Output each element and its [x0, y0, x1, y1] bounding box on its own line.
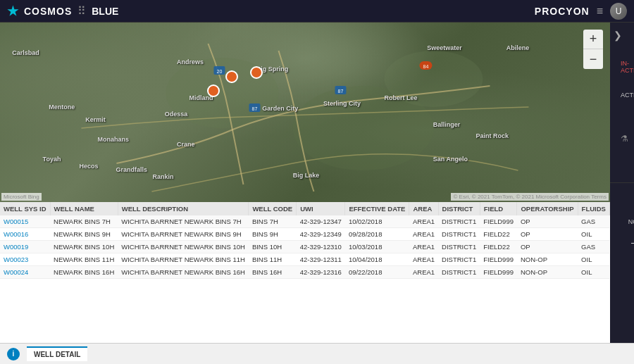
table-cell: AREA1 — [409, 228, 438, 241]
table-cell: BINS 9H — [249, 228, 297, 241]
table-cell: WICHITA BARRNET NEWARK BINS 9H — [118, 228, 249, 241]
table-cell: AREA1 — [409, 241, 438, 253]
menu-icon[interactable]: ≡ — [597, 5, 603, 18]
table-cell: OP — [517, 228, 578, 241]
left-column: 20 87 87 84 Carlsbad Mentone Kermit Mona… — [0, 23, 610, 343]
col-field: FIELD — [480, 202, 517, 215]
col-district: DISTRICT — [438, 202, 480, 215]
map-label-sterlingcity: Sterling City — [323, 100, 361, 107]
table-cell: OIL — [578, 253, 609, 266]
header: ★ COSMOS ⠿ BLUE PROCYON ≡ U — [0, 0, 634, 23]
table-cell: 10/02/2018 — [345, 215, 409, 228]
table-cell: NEWARK BINS 10H — [50, 241, 118, 253]
table-cell: AREA1 — [409, 266, 438, 279]
map-label-abilene: Abilene — [506, 44, 530, 51]
table-cell: OP — [517, 241, 578, 253]
map-pin-1[interactable] — [225, 70, 238, 83]
map-label-andrews: Andrews — [177, 58, 204, 65]
info-button[interactable]: i — [7, 348, 20, 360]
table-body: W00015NEWARK BINS 7HWICHITA BARRNET NEWA… — [0, 215, 609, 279]
map-label-rankin: Rankin — [152, 173, 173, 180]
non-op-label: NON-OP — [628, 218, 634, 225]
table-row[interactable]: W00019NEWARK BINS 10HWICHITA BARRNET NEW… — [0, 241, 609, 253]
col-well-sys-id: WELL SYS ID — [0, 202, 50, 215]
table-cell: WICHITA BARRNET NEWARK BINS 11H — [118, 253, 249, 266]
table-cell: 42-329-12349 — [297, 228, 345, 241]
table-cell: NEWARK BINS 7H — [50, 215, 118, 228]
contributing-production-chart-section: IN-ACTIVE ACTIVE — [610, 23, 634, 183]
table-cell: DISTRICT1 — [438, 253, 480, 266]
avatar[interactable]: U — [610, 3, 627, 20]
active-label: ACTIVE — [621, 92, 634, 99]
table-cell: W00015 — [0, 215, 50, 228]
map-zoom-controls: + − — [583, 30, 603, 69]
table-row[interactable]: W00024NEWARK BINS 16HWICHITA BARRNET NEW… — [0, 266, 609, 279]
col-well-name: WELL NAME — [50, 202, 118, 215]
right-panel: ⌥ Filters ❯ IN-ACTIVE ACTIVE — [610, 23, 634, 343]
collapse-panel-button[interactable]: ❯ — [614, 30, 622, 41]
table-cell: 10/03/2018 — [345, 241, 409, 253]
records-label: # RECORDS — [621, 304, 634, 312]
table-cell: AREA1 — [409, 253, 438, 266]
table-cell: DISTRICT1 — [438, 241, 480, 253]
table-cell: DISTRICT1 — [438, 228, 480, 241]
bottom-chart-area: NON-OP OP — [621, 194, 634, 271]
ms-bing-logo: Microsoft Bing — [1, 193, 42, 201]
table-cell: AREA1 — [409, 215, 438, 228]
table-cell: W00016 — [0, 228, 50, 241]
contributing-production-label: CONTRIBUTING PRODUCTION — [621, 123, 634, 130]
table-cell: OIL — [578, 266, 609, 279]
table-cell: BINS 10H — [249, 241, 297, 253]
map-background: 20 87 87 84 Carlsbad Mentone Kermit Mona… — [0, 23, 610, 202]
table-cell: 42-329-12310 — [297, 241, 345, 253]
col-area: AREA — [409, 202, 438, 215]
zoom-in-button[interactable]: + — [583, 30, 603, 49]
table-row[interactable]: W00023NEWARK BINS 11HWICHITA BARRNET NEW… — [0, 253, 609, 266]
map-label-ballinger: Ballinger — [433, 121, 461, 128]
top-chart-area: IN-ACTIVE ACTIVE — [621, 37, 634, 121]
map-pin-3[interactable] — [207, 84, 220, 97]
table-cell: 42-329-12347 — [297, 215, 345, 228]
table-cell: GAS — [578, 215, 609, 228]
table-cell: NEWARK BINS 11H — [50, 253, 118, 266]
zoom-out-button[interactable]: − — [583, 49, 603, 69]
map-label-carlsbad: Carlsbad — [12, 49, 39, 56]
main-content: 20 87 87 84 Carlsbad Mentone Kermit Mona… — [0, 23, 634, 343]
well-detail-tab[interactable]: WELL DETAIL — [27, 346, 87, 361]
table-cell: WICHITA BARRNET NEWARK BINS 10H — [118, 241, 249, 253]
table-row[interactable]: W00016NEWARK BINS 9HWICHITA BARRNET NEWA… — [0, 228, 609, 241]
map-label-sanangelo: San Angelo — [433, 156, 468, 163]
map-area: 20 87 87 84 Carlsbad Mentone Kermit Mona… — [0, 23, 610, 202]
col-fluids: FLUIDS — [578, 202, 609, 215]
header-right: PROCYON ≡ U — [535, 3, 627, 20]
col-operatorship: OPERATORSHIP — [517, 202, 578, 215]
map-label-robertlee: Robert Lee — [385, 94, 418, 101]
table-cell: NEWARK BINS 9H — [50, 228, 118, 241]
cosmos-label: COSMOS — [24, 6, 72, 17]
blue-label: BLUE — [92, 6, 118, 17]
map-label-monahans: Monahans — [98, 136, 130, 143]
col-well-code: WELL CODE — [249, 202, 297, 215]
col-well-description: WELL DESCRIPTION — [118, 202, 249, 215]
filter-chart-icon[interactable]: ⚗ — [621, 134, 628, 144]
svg-text:87: 87 — [252, 106, 258, 111]
map-pin-2[interactable] — [250, 66, 263, 79]
table-cell: DISTRICT1 — [438, 266, 480, 279]
table-cell: FIELD22 — [480, 241, 517, 253]
records-count: 5 — [621, 278, 634, 304]
col-effective-date: EFFECTIVE DATE — [345, 202, 409, 215]
table-cell: FIELD999 — [480, 215, 517, 228]
table-cell: OIL — [578, 228, 609, 241]
inactive-label: IN-ACTIVE — [621, 60, 634, 74]
table-cell: 09/28/2018 — [345, 228, 409, 241]
grid-icon: ⠿ — [77, 4, 86, 18]
data-table: WELL SYS ID WELL NAME WELL DESCRIPTION W… — [0, 202, 610, 343]
map-attribution: © Esri, © 2021 TomTom, © 2021 Microsoft … — [451, 193, 608, 201]
top-chart-labels: IN-ACTIVE ACTIVE — [621, 60, 634, 99]
table-row[interactable]: W00015NEWARK BINS 7HWICHITA BARRNET NEWA… — [0, 215, 609, 228]
svg-text:84: 84 — [423, 64, 429, 69]
table-cell: GAS — [578, 241, 609, 253]
map-label-hecos: Hecos — [80, 163, 99, 170]
map-label-toyah: Toyah — [43, 156, 61, 163]
table-cell: WICHITA BARRNET NEWARK BINS 7H — [118, 215, 249, 228]
